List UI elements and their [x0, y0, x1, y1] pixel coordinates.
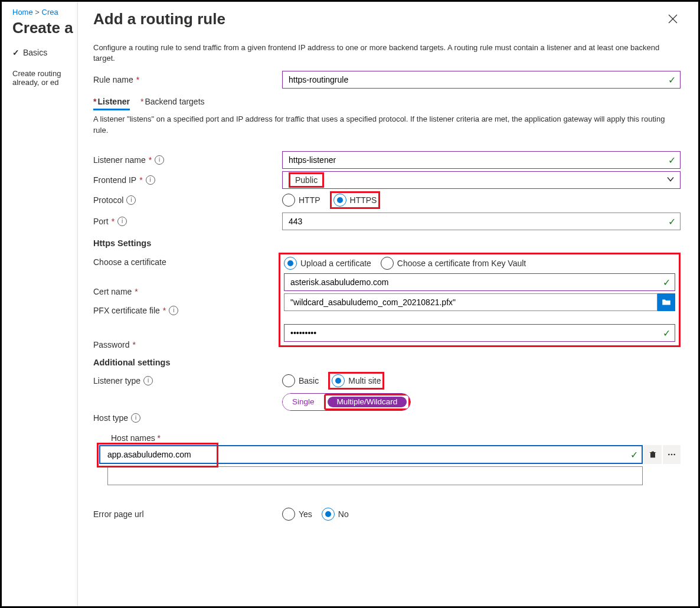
listener-name-input[interactable] [282, 151, 681, 169]
error-page-no-radio[interactable]: No [322, 508, 349, 521]
check-icon: ✓ [12, 48, 19, 57]
chevron-down-icon [666, 175, 675, 185]
host-type-label: Host type [93, 413, 128, 423]
tab-listener[interactable]: *Listener [93, 94, 130, 110]
protocol-label: Protocol [93, 195, 123, 205]
info-icon[interactable]: i [126, 195, 136, 205]
error-page-url-label: Error page url [93, 509, 144, 519]
listener-type-label: Listener type [93, 376, 140, 385]
cert-name-input[interactable] [284, 273, 675, 291]
listener-description: A listener "listens" on a specified port… [93, 114, 681, 135]
keyvault-cert-radio[interactable]: Choose a certificate from Key Vault [381, 257, 526, 270]
error-page-yes-radio[interactable]: Yes [282, 508, 312, 521]
panel-description: Configure a routing rule to send traffic… [93, 43, 681, 64]
frontend-ip-label: Frontend IP [93, 175, 136, 185]
info-icon[interactable]: i [117, 217, 127, 226]
upload-cert-radio[interactable]: Upload a certificate [284, 257, 371, 270]
rule-name-label: Rule name [93, 75, 133, 84]
close-icon[interactable] [668, 14, 678, 24]
wizard-step-label: Basics [23, 48, 47, 57]
listener-type-basic-radio[interactable]: Basic [282, 374, 319, 387]
info-icon[interactable]: i [155, 155, 164, 165]
port-input[interactable] [282, 213, 681, 230]
listener-name-label: Listener name [93, 155, 146, 165]
breadcrumb-create[interactable]: Crea [42, 8, 58, 17]
password-input[interactable] [284, 324, 675, 342]
tab-backend-targets[interactable]: *Backend targets [140, 94, 205, 110]
listener-type-multi-radio[interactable]: Multi site [332, 374, 381, 387]
info-icon[interactable]: i [131, 413, 140, 423]
panel-title: Add a routing rule [93, 10, 225, 28]
svg-point-3 [671, 453, 673, 455]
svg-point-2 [668, 453, 670, 455]
more-icon[interactable] [663, 445, 681, 464]
additional-settings-heading: Additional settings [93, 358, 681, 367]
info-icon[interactable]: i [143, 376, 153, 385]
breadcrumb-home[interactable]: Home [12, 8, 33, 17]
protocol-https-radio[interactable]: HTTPS [333, 194, 377, 207]
frontend-ip-select[interactable]: Public [282, 171, 681, 189]
svg-point-4 [673, 453, 675, 455]
delete-icon[interactable] [644, 445, 662, 464]
host-type-single[interactable]: Single [283, 394, 324, 410]
rule-name-input[interactable] [282, 71, 681, 89]
choose-cert-label: Choose a certificate [93, 257, 166, 267]
port-label: Port [93, 217, 109, 226]
host-name-input-empty[interactable] [107, 466, 643, 485]
info-icon[interactable]: i [146, 175, 155, 185]
host-names-label: Host names * [111, 433, 681, 443]
pfx-file-input[interactable] [284, 293, 658, 311]
host-name-input[interactable] [99, 445, 643, 464]
https-settings-heading: Https Settings [93, 238, 681, 248]
host-type-multiple[interactable]: Multiple/Wildcard [328, 397, 407, 407]
folder-icon[interactable] [658, 293, 675, 311]
protocol-http-radio[interactable]: HTTP [282, 194, 320, 207]
info-icon[interactable]: i [169, 306, 178, 315]
